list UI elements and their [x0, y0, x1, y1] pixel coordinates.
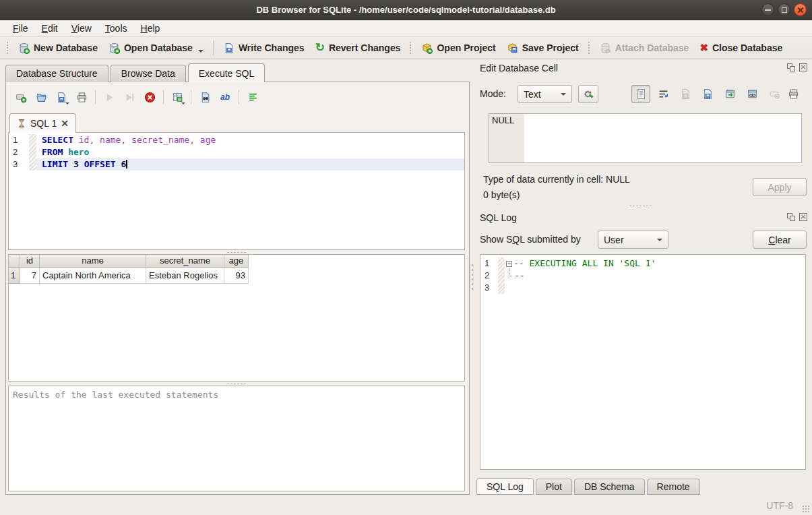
titlebar[interactable]: DB Browser for SQLite - /home/user/code/… — [0, 0, 812, 20]
tab-browse-data[interactable]: Browse Data — [111, 65, 186, 82]
editor-line: 1 SELECT id, name, secret_name, age — [9, 134, 464, 146]
close-sql-tab-icon[interactable]: ✕ — [61, 118, 69, 129]
statusbar: UTF-8 — [0, 495, 812, 515]
open-project-button[interactable]: Open Project — [416, 40, 501, 57]
toolbar-drag-handle[interactable] — [588, 41, 591, 55]
sql-toolbar-separator — [95, 90, 96, 104]
print-icon[interactable] — [73, 88, 90, 106]
chevron-down-icon — [657, 239, 662, 241]
cell-id[interactable]: 7 — [20, 268, 40, 284]
clear-button[interactable]: Clear — [753, 231, 807, 249]
write-changes-icon — [223, 42, 235, 54]
format-sql-icon[interactable] — [244, 88, 261, 106]
cell-secret-name[interactable]: Esteban Rogelios — [146, 268, 224, 284]
float-dock-icon[interactable] — [787, 63, 795, 71]
column-header-age[interactable]: age — [224, 255, 249, 268]
results-header-row: id name secret_name age — [9, 255, 464, 268]
export-results-icon[interactable] — [168, 88, 186, 106]
print-cell-icon[interactable] — [784, 85, 803, 103]
encoding-indicator[interactable]: UTF-8 — [766, 500, 793, 511]
log-line: 1 -- EXECUTING ALL IN 'SQL 1' — [480, 258, 805, 270]
close-icon[interactable] — [794, 3, 807, 16]
text-mode-icon[interactable] — [631, 85, 650, 103]
open-url-icon[interactable] — [743, 85, 761, 103]
open-sql-file-icon[interactable] — [32, 88, 50, 106]
save-project-button[interactable]: Save Project — [501, 40, 584, 57]
maximize-icon[interactable] — [778, 3, 790, 16]
close-database-button[interactable]: ✖ Close Database — [694, 39, 788, 57]
tab-database-structure[interactable]: Database Structure — [5, 65, 108, 82]
toolbar-drag-handle[interactable] — [409, 41, 412, 55]
cell-age[interactable]: 93 — [224, 268, 249, 284]
row-number-cell[interactable]: 1 — [9, 268, 20, 284]
autocomplete-icon[interactable]: ab — [216, 88, 234, 106]
open-database-button[interactable]: Open Database — [103, 40, 209, 57]
auto-apply-button[interactable] — [578, 85, 598, 103]
close-dock-icon[interactable] — [799, 213, 807, 221]
dock-splitter-handle[interactable] — [629, 205, 653, 208]
window-controls — [761, 3, 807, 16]
resize-grip[interactable] — [802, 505, 810, 513]
window-title: DB Browser for SQLite - /home/user/code/… — [256, 5, 555, 15]
tab-db-schema[interactable]: DB Schema — [574, 479, 645, 495]
close-dock-icon[interactable] — [799, 63, 807, 71]
fold-collapse-icon[interactable] — [506, 261, 512, 267]
menu-tools[interactable]: Tools — [99, 22, 133, 35]
results-grid[interactable]: id name secret_name age 1 7 Captain Nort… — [8, 254, 465, 382]
minimize-icon[interactable] — [761, 3, 774, 16]
sql-log-view[interactable]: 1 -- EXECUTING ALL IN 'SQL 1' 2 -- 3 — [480, 254, 806, 470]
editor-fold-margin — [29, 134, 36, 146]
word-wrap-icon[interactable] — [654, 85, 673, 103]
stop-icon[interactable] — [141, 88, 158, 106]
menu-view[interactable]: View — [65, 22, 98, 35]
hourglass-icon — [17, 119, 26, 128]
sql-1-tab[interactable]: SQL 1 ✕ — [9, 113, 76, 133]
attach-database-button: Attach Database — [594, 40, 695, 57]
export-data-icon[interactable] — [698, 85, 717, 103]
editor-fold-margin — [29, 146, 36, 158]
line-number: 2 — [480, 270, 498, 282]
column-header-name[interactable]: name — [40, 255, 146, 268]
tab-sql-log[interactable]: SQL Log — [476, 478, 534, 495]
chevron-down-icon — [561, 93, 566, 96]
revert-changes-icon: ↻ — [315, 43, 325, 53]
mode-select[interactable]: Text — [518, 85, 572, 103]
log-line: 2 -- — [480, 270, 805, 282]
menu-file[interactable]: File — [7, 22, 34, 35]
new-database-button[interactable]: New Database — [13, 40, 103, 57]
show-sql-label: Show SQL submitted by — [480, 234, 581, 245]
log-fold-margin — [498, 282, 505, 294]
open-in-external-icon[interactable] — [720, 85, 739, 103]
line-number: 3 — [9, 158, 29, 171]
column-header-secret-name[interactable]: secret_name — [146, 255, 224, 268]
main-toolbar: New Database Open Database Write Changes… — [0, 37, 812, 59]
sql-source-select[interactable]: User — [598, 231, 668, 249]
tab-plot[interactable]: Plot — [536, 479, 572, 495]
apply-button: Apply — [753, 178, 807, 196]
close-database-icon: ✖ — [699, 42, 708, 54]
cell-name[interactable]: Captain North America — [40, 268, 146, 284]
toolbar-drag-handle[interactable] — [6, 41, 9, 55]
float-dock-icon[interactable] — [787, 213, 795, 221]
find-in-sql-icon[interactable] — [196, 88, 214, 106]
vertical-splitter-handle[interactable] — [471, 263, 474, 290]
tab-execute-sql[interactable]: Execute SQL — [188, 63, 266, 82]
new-sql-tab-icon[interactable] — [12, 88, 30, 106]
sql-toolbar-separator — [239, 90, 239, 104]
revert-changes-button[interactable]: ↻ Revert Changes — [310, 40, 406, 56]
menu-edit[interactable]: Edit — [36, 22, 64, 35]
tab-remote[interactable]: Remote — [647, 479, 700, 495]
log-line: 3 — [480, 282, 805, 294]
write-changes-button[interactable]: Write Changes — [218, 40, 310, 57]
import-data-icon — [676, 85, 695, 103]
column-header-id[interactable]: id — [20, 255, 40, 268]
cell-type-info: Type of data currently in cell: NULL — [483, 174, 630, 185]
save-sql-file-icon[interactable] — [53, 88, 70, 106]
sql-toolbar-separator — [163, 90, 164, 104]
menu-help[interactable]: Help — [135, 22, 166, 35]
open-database-dropdown-icon[interactable] — [198, 50, 204, 53]
cell-editor[interactable]: NULL — [489, 113, 802, 163]
app-window: DB Browser for SQLite - /home/user/code/… — [0, 0, 812, 515]
sql-editor[interactable]: 1 SELECT id, name, secret_name, age 2 FR… — [8, 132, 465, 250]
corner-header-cell — [9, 255, 20, 268]
